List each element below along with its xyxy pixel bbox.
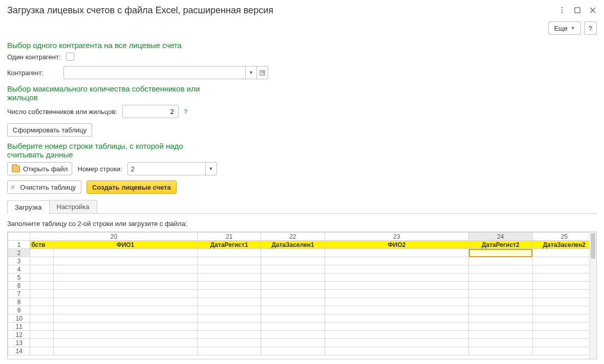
grid-cell[interactable] [532,265,596,274]
grid-cell[interactable] [53,265,197,274]
grid-cell[interactable] [30,339,53,347]
grid-cell[interactable] [469,298,532,306]
grid-cell[interactable] [469,282,532,290]
grid-cell[interactable] [198,257,261,265]
grid-cell[interactable] [532,339,596,347]
grid-cell[interactable] [532,249,596,257]
grid-cell[interactable] [30,298,53,306]
tab-settings[interactable]: Настройка [49,200,97,213]
column-header[interactable]: ФИО2 [325,241,468,249]
grid-cell[interactable] [198,274,261,282]
grid-cell[interactable] [30,314,53,323]
grid-cell[interactable] [469,265,532,274]
grid-cell[interactable] [469,323,532,331]
grid-cell[interactable] [325,298,468,306]
grid-cell[interactable] [261,314,325,323]
grid-cell[interactable] [30,274,53,282]
grid-cell[interactable] [532,347,596,355]
grid-cell[interactable] [198,331,261,339]
grid-cell[interactable] [53,290,197,298]
row-number[interactable]: 11 [8,323,30,331]
row-number[interactable]: 7 [8,290,30,298]
grid-cell[interactable] [469,290,532,298]
grid-cell[interactable] [469,347,532,355]
grid-cell[interactable] [53,323,197,331]
column-header[interactable]: ФИО1 [53,241,197,249]
grid-cell[interactable] [325,314,468,323]
grid-cell[interactable] [30,249,53,257]
column-header[interactable]: ДатаРегист1 [198,241,261,249]
help-icon[interactable]: ? [184,108,187,116]
grid-cell[interactable] [325,331,468,339]
row-number[interactable]: 8 [8,298,30,306]
row-number[interactable]: 14 [8,347,30,355]
grid-cell[interactable] [261,290,325,298]
grid-cell[interactable] [532,257,596,265]
spreadsheet[interactable]: 2021222324251бствФИО1ДатаРегист1ДатаЗасе… [7,232,597,359]
row-number[interactable]: 3 [8,257,30,265]
grid-cell[interactable] [325,323,468,331]
grid-cell[interactable] [261,339,325,347]
open-file-button[interactable]: Открыть файл [7,162,72,175]
row-num-combo[interactable]: 2 ▼ [127,162,217,175]
grid-cell[interactable] [53,274,197,282]
grid-cell[interactable] [198,323,261,331]
grid-cell[interactable] [325,257,468,265]
combo-open-icon[interactable] [256,66,268,79]
close-icon[interactable] [589,6,597,14]
row-number[interactable]: 1 [8,241,30,249]
grid-cell[interactable] [469,249,532,257]
grid-cell[interactable] [325,339,468,347]
grid-cell[interactable] [469,339,532,347]
column-header[interactable]: ДатаЗаселен2 [532,241,596,249]
help-button[interactable]: ? [584,21,597,35]
more-button[interactable]: Еще ▼ [548,21,580,35]
grid-scrollbar[interactable] [589,232,596,359]
grid-cell[interactable] [30,282,53,290]
grid-cell[interactable] [53,331,197,339]
grid-cell[interactable] [198,249,261,257]
kebab-icon[interactable] [558,6,566,14]
grid-cell[interactable] [53,339,197,347]
grid-cell[interactable] [532,314,596,323]
grid-cell[interactable] [325,249,468,257]
grid-cell[interactable] [261,265,325,274]
grid-cell[interactable] [532,306,596,314]
form-table-button[interactable]: Сформировать таблицу [7,123,92,136]
col-number[interactable]: 20 [30,233,198,241]
grid-cell[interactable] [532,282,596,290]
maximize-icon[interactable] [573,6,581,14]
grid-cell[interactable] [198,306,261,314]
grid-cell[interactable] [532,298,596,306]
grid-cell[interactable] [198,339,261,347]
grid-cell[interactable] [261,274,325,282]
grid-cell[interactable] [198,282,261,290]
grid-cell[interactable] [261,306,325,314]
grid-cell[interactable] [53,306,197,314]
tab-load[interactable]: Загрузка [7,200,50,214]
grid-cell[interactable] [53,298,197,306]
row-number[interactable]: 2 [8,249,30,257]
grid-cell[interactable] [30,290,53,298]
grid-cell[interactable] [325,274,468,282]
create-accounts-button[interactable]: Создать лицевые счета [87,180,177,194]
col-number[interactable]: 22 [261,233,325,241]
grid-cell[interactable] [30,347,53,355]
num-owners-input[interactable] [122,105,179,118]
row-num-dropdown-icon[interactable]: ▼ [205,163,217,175]
row-number[interactable]: 4 [8,265,30,274]
grid-cell[interactable] [53,314,197,323]
grid-cell[interactable] [198,290,261,298]
grid-cell[interactable] [325,306,468,314]
column-header[interactable]: ДатаРегист2 [469,241,532,249]
column-header[interactable]: бств [30,241,53,249]
grid-cell[interactable] [30,306,53,314]
col-number[interactable]: 25 [532,233,596,241]
counterparty-combo[interactable]: ▼ [63,66,268,79]
grid-cell[interactable] [198,314,261,323]
row-number[interactable]: 10 [8,314,30,323]
row-number[interactable]: 6 [8,282,30,290]
grid-cell[interactable] [261,298,325,306]
row-number[interactable]: 13 [8,339,30,347]
grid-cell[interactable] [325,265,468,274]
